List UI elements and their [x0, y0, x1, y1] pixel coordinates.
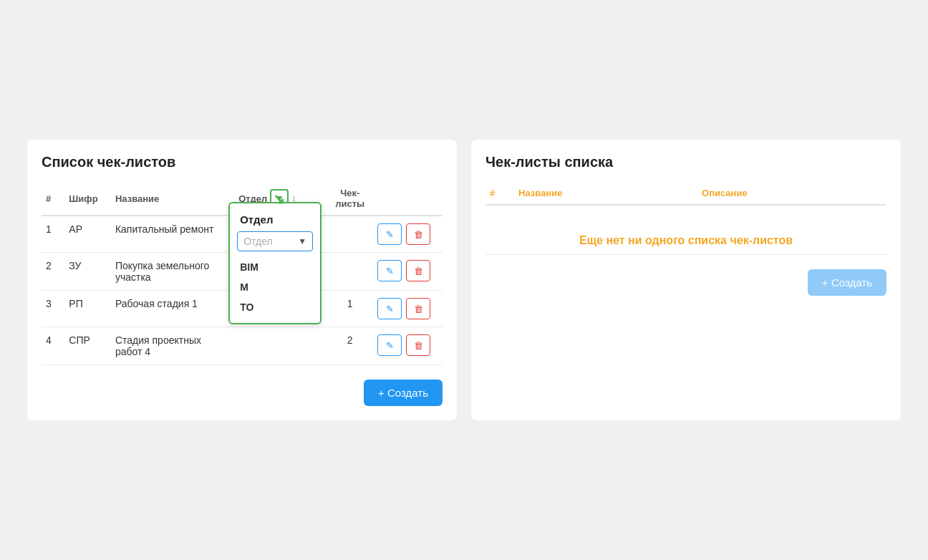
action-buttons: ✎ 🗑: [377, 298, 438, 319]
row-name: Рабочая стадия 1: [111, 291, 234, 327]
row-checklists: 1: [327, 291, 373, 327]
col-header-num: #: [42, 182, 64, 216]
right-panel-footer: + Создать: [485, 269, 886, 296]
row-num: 4: [42, 327, 64, 365]
right-create-button[interactable]: + Создать: [808, 269, 886, 296]
right-panel: Чек-листы списка # Название Описание Еще…: [471, 140, 901, 420]
left-panel: Список чек-листов # Шифр Название Отдел …: [27, 140, 457, 420]
col-header-dept: Отдел ▼ ↕ ↘ Отдел Отдел BIM: [234, 182, 327, 216]
action-buttons: ✎ 🗑: [377, 260, 438, 281]
dropdown-option-bim[interactable]: BIM: [230, 257, 320, 277]
right-col-name: Название: [514, 182, 697, 205]
row-code: РП: [64, 291, 111, 327]
row-checklists: [327, 216, 373, 253]
col-header-name: Название: [111, 182, 234, 216]
action-buttons: ✎ 🗑: [377, 334, 438, 356]
row-checklists: 2: [327, 327, 373, 365]
row-actions: ✎ 🗑: [373, 291, 443, 327]
table-row: 4 СПР Стадия проектных работ 4 2 ✎ 🗑: [42, 327, 443, 365]
col-header-code: Шифр: [64, 182, 111, 216]
edit-button[interactable]: ✎: [377, 334, 402, 356]
row-code: АР: [64, 216, 111, 253]
col-header-actions: [373, 182, 443, 216]
right-col-num: #: [485, 182, 514, 205]
row-code: СПР: [64, 327, 111, 365]
left-panel-footer: + Создать: [42, 380, 443, 406]
dropdown-options-list: BIM М ТО: [230, 257, 320, 317]
row-num: 2: [42, 253, 64, 291]
left-create-button[interactable]: + Создать: [364, 380, 443, 406]
row-actions: ✎ 🗑: [373, 327, 443, 365]
row-actions: ✎ 🗑: [373, 216, 443, 253]
row-code: ЗУ: [64, 253, 111, 291]
row-name: Стадия проектных работ 4: [111, 327, 234, 365]
edit-button[interactable]: ✎: [377, 298, 402, 319]
action-buttons: ✎ 🗑: [377, 223, 438, 245]
right-checklist-table: # Название Описание Еще нет ни одного сп…: [485, 182, 886, 255]
filter-dropdown: ↘ Отдел Отдел BIM М ТО ▼: [228, 202, 322, 324]
right-empty-row: Еще нет ни одного списка чек-листов: [485, 205, 886, 255]
dropdown-title: Отдел: [230, 211, 320, 231]
right-col-desc: Описание: [697, 182, 886, 205]
delete-button[interactable]: 🗑: [406, 223, 430, 245]
delete-button[interactable]: 🗑: [406, 298, 430, 319]
row-actions: ✎ 🗑: [373, 253, 443, 291]
delete-button[interactable]: 🗑: [406, 260, 430, 281]
delete-button[interactable]: 🗑: [406, 334, 430, 356]
row-name: Капитальный ремонт: [111, 216, 234, 253]
left-panel-title: Список чек-листов: [42, 154, 443, 170]
dropdown-select-wrapper[interactable]: Отдел BIM М ТО ▼: [237, 231, 313, 251]
col-header-checklists: Чек-листы: [327, 182, 373, 216]
dropdown-arrow-indicator: ↘: [273, 190, 285, 208]
row-name: Покупка земельного участка: [111, 253, 234, 291]
row-num: 1: [42, 216, 64, 253]
dropdown-option-to[interactable]: ТО: [230, 297, 320, 317]
checklist-table: # Шифр Название Отдел ▼ ↕ ↘ Отдел: [42, 182, 443, 365]
right-panel-title: Чек-листы списка: [485, 154, 886, 170]
row-num: 3: [42, 291, 64, 327]
right-empty-message: Еще нет ни одного списка чек-листов: [485, 205, 886, 255]
row-dept: [234, 327, 327, 365]
row-checklists: [327, 253, 373, 291]
dropdown-option-m[interactable]: М: [230, 277, 320, 297]
edit-button[interactable]: ✎: [377, 223, 402, 245]
edit-button[interactable]: ✎: [377, 260, 402, 281]
dept-select[interactable]: Отдел BIM М ТО: [238, 232, 312, 251]
